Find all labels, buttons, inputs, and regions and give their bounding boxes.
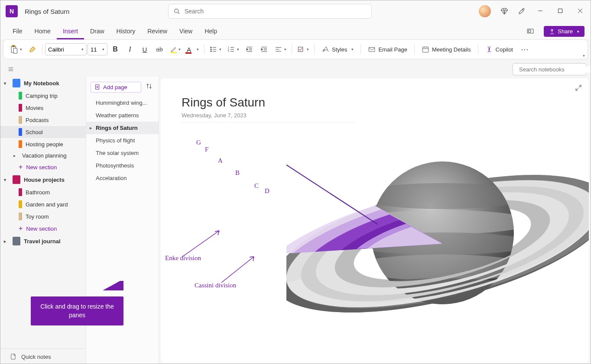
quick-notes-button[interactable]: Quick notes xyxy=(0,348,86,364)
ring-label-d: D xyxy=(265,187,270,195)
paste-button[interactable]: ▾ xyxy=(7,42,25,56)
highlight-button[interactable]: ▾ xyxy=(167,42,183,56)
italic-button[interactable]: I xyxy=(123,42,137,56)
page-item-rings-of-saturn[interactable]: ▸Rings of Saturn xyxy=(86,122,159,134)
page-item-the-solar-system[interactable]: The solar system xyxy=(86,147,159,159)
search-icon xyxy=(174,8,180,15)
avatar[interactable] xyxy=(479,5,491,17)
meeting-details-button[interactable]: Meeting Details xyxy=(417,42,475,56)
notebook-search-input[interactable] xyxy=(519,66,591,73)
document-title: Rings of Saturn xyxy=(25,8,69,15)
maximize-button[interactable] xyxy=(555,8,565,15)
tag-button[interactable]: ▾ xyxy=(295,42,312,56)
titlebar: N Rings of Saturn xyxy=(0,0,591,22)
page-item-accelaration[interactable]: Accelaration xyxy=(86,172,159,184)
tab-draw[interactable]: Draw xyxy=(84,24,110,39)
svg-rect-37 xyxy=(422,47,429,52)
nav-pane-toggle-icon[interactable] xyxy=(5,64,17,74)
svg-rect-3 xyxy=(558,9,562,13)
add-page-button[interactable]: Add page xyxy=(91,82,141,93)
notebook-item-bathroom[interactable]: Bathroom xyxy=(0,186,86,198)
note-diagram: G F A B C D Enke division Cassini divisi… xyxy=(174,131,564,348)
minimize-button[interactable] xyxy=(535,8,546,15)
bullets-button[interactable]: ▾ xyxy=(207,42,224,56)
notebook-item-house-projects[interactable]: ▾House projects xyxy=(0,173,86,186)
notebook-item-movies[interactable]: Movies xyxy=(0,102,86,114)
ring-label-b: B xyxy=(235,169,240,177)
underline-button[interactable]: U xyxy=(138,42,152,56)
page-item-photosynthesis[interactable]: Photosynthesis xyxy=(86,159,159,172)
font-select[interactable]: Cailbri▾ xyxy=(45,43,87,55)
note-title[interactable]: Rings of Saturn xyxy=(182,96,589,110)
subbar: ▾ xyxy=(0,62,591,77)
sort-pages-icon[interactable] xyxy=(144,81,154,93)
content-pane: Rings of Saturn Wednesday, June 7, 2023 xyxy=(161,78,589,363)
tab-review[interactable]: Review xyxy=(141,24,173,39)
notebook-item-camping-trip[interactable]: Camping trip xyxy=(0,90,86,102)
new-section-button[interactable]: +New section xyxy=(0,161,86,173)
notebook-item-garden-and-yard[interactable]: Garden and yard xyxy=(0,198,86,210)
svg-line-1 xyxy=(178,12,179,14)
tab-home[interactable]: Home xyxy=(29,24,57,39)
notebook-item-toy-room[interactable]: Toy room xyxy=(0,210,86,222)
svg-point-15 xyxy=(211,51,211,52)
present-icon[interactable] xyxy=(522,25,539,39)
notebook-item-podcasts[interactable]: Podcasts xyxy=(0,114,86,126)
copilot-button[interactable]: Copilot xyxy=(481,42,517,56)
notebook-item-school[interactable]: School xyxy=(0,126,86,138)
styles-button[interactable]: A Styles▾ xyxy=(317,42,358,56)
align-button[interactable]: ▾ xyxy=(272,42,289,56)
brush-icon[interactable] xyxy=(518,7,526,15)
font-color-button[interactable]: A ▾ xyxy=(184,42,201,56)
close-button[interactable] xyxy=(575,8,585,15)
font-size-select[interactable]: 11▾ xyxy=(88,43,107,55)
search-box[interactable] xyxy=(168,4,372,19)
expand-icon[interactable] xyxy=(573,83,584,95)
format-painter-button[interactable] xyxy=(26,42,39,56)
svg-point-0 xyxy=(175,9,179,13)
page-item-physics-of-flight[interactable]: Physics of flight xyxy=(86,134,159,147)
page-item-weather-patterns[interactable]: Weather patterns xyxy=(86,109,159,122)
tab-history[interactable]: History xyxy=(110,24,142,39)
ring-label-a: A xyxy=(218,157,223,164)
bold-button[interactable]: B xyxy=(108,42,122,56)
notebook-search[interactable]: ▾ xyxy=(513,63,586,75)
notebook-item-my-notebook[interactable]: ▾My Notebook xyxy=(0,77,86,90)
outdent-button[interactable] xyxy=(243,42,257,56)
enke-annotation: Enke division xyxy=(165,254,201,262)
svg-rect-46 xyxy=(11,354,15,359)
page-item-hummingbird-wing-[interactable]: Hummingbird wing... xyxy=(86,97,159,109)
share-button[interactable]: Share ▾ xyxy=(544,26,585,37)
notebook-item-vacation-planning[interactable]: ▸Vacation planning xyxy=(0,150,86,161)
svg-rect-34 xyxy=(298,47,303,52)
indent-button[interactable] xyxy=(257,42,271,56)
cassini-annotation: Cassini division xyxy=(195,282,236,289)
note-date: Wednesday, June 7, 2023 xyxy=(182,112,355,122)
notebook-item-hosting-people[interactable]: Hosting people xyxy=(0,138,86,150)
main: ▾My NotebookCamping tripMoviesPodcastsSc… xyxy=(0,77,591,364)
search-input[interactable] xyxy=(185,8,366,15)
svg-text:3: 3 xyxy=(228,50,229,52)
tab-insert[interactable]: Insert xyxy=(57,24,84,39)
toolbar: ▾ Cailbri▾ 11▾ B I U ab ▾ A ▾ ▾ 123 ▾ ▾ xyxy=(3,39,588,59)
email-page-button[interactable]: Email Page xyxy=(364,42,411,56)
ring-label-g: G xyxy=(196,139,201,146)
svg-rect-9 xyxy=(13,45,15,47)
notebooks-pane: ▾My NotebookCamping tripMoviesPodcastsSc… xyxy=(0,77,86,364)
strikethrough-button[interactable]: ab xyxy=(153,42,166,56)
tab-file[interactable]: File xyxy=(6,24,29,39)
app-icon: N xyxy=(6,5,18,17)
diamond-icon[interactable] xyxy=(500,7,508,15)
numbering-button[interactable]: 123 ▾ xyxy=(225,42,242,56)
svg-point-13 xyxy=(211,49,211,50)
ribbon-tabs: FileHomeInsertDrawHistoryReviewViewHelp … xyxy=(0,22,591,39)
resize-tooltip: Click and drag to resize the panes xyxy=(31,296,123,325)
more-button[interactable]: ⋯ xyxy=(518,42,532,56)
tab-view[interactable]: View xyxy=(173,24,198,39)
ribbon-overflow-icon[interactable]: ▾ xyxy=(583,53,585,58)
notebook-item-travel-journal[interactable]: ▸Travel journal xyxy=(0,235,86,248)
ring-label-c: C xyxy=(254,182,259,190)
tab-help[interactable]: Help xyxy=(198,24,223,39)
svg-rect-36 xyxy=(369,48,375,52)
new-section-button[interactable]: +New section xyxy=(0,222,86,235)
